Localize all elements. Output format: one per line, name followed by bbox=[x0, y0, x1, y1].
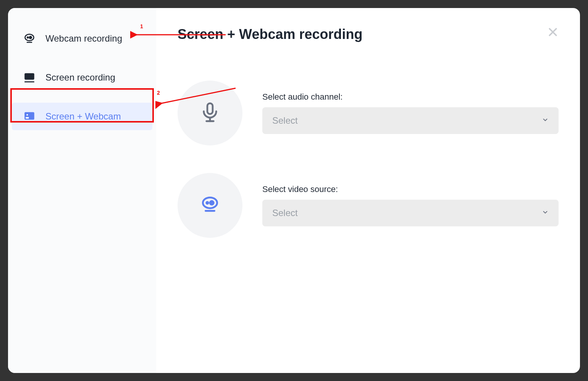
svg-rect-4 bbox=[24, 73, 34, 80]
audio-field: Select audio channel: Select bbox=[262, 92, 559, 134]
sidebar-item-label: Webcam recording bbox=[45, 33, 122, 44]
main-panel: Screen + Webcam recording Select audio c… bbox=[156, 8, 580, 373]
webcam-icon bbox=[23, 32, 36, 45]
screen-icon bbox=[23, 71, 36, 84]
sidebar-item-screen-webcam[interactable]: Screen + Webcam bbox=[12, 103, 152, 130]
video-label: Select video source: bbox=[262, 184, 559, 194]
audio-label: Select audio channel: bbox=[262, 92, 559, 102]
sidebar-item-label: Screen + Webcam bbox=[45, 111, 121, 122]
webcam-icon bbox=[199, 194, 221, 217]
microphone-icon-circle bbox=[178, 81, 242, 145]
audio-section: Select audio channel: Select bbox=[178, 81, 559, 145]
webcam-icon-circle bbox=[178, 173, 242, 238]
svg-point-7 bbox=[26, 114, 28, 116]
video-select-placeholder: Select bbox=[272, 208, 298, 218]
svg-point-15 bbox=[210, 201, 213, 205]
microphone-icon bbox=[199, 102, 221, 124]
screen-webcam-icon bbox=[23, 110, 36, 123]
sidebar-item-webcam[interactable]: Webcam recording bbox=[12, 25, 152, 52]
close-button[interactable] bbox=[547, 26, 559, 39]
video-section: Select video source: Select bbox=[178, 173, 559, 238]
audio-select[interactable]: Select bbox=[262, 107, 559, 134]
recording-mode-modal: Webcam recording Screen recording Screen… bbox=[8, 8, 580, 373]
svg-point-16 bbox=[207, 202, 208, 204]
sidebar: Webcam recording Screen recording Screen… bbox=[8, 8, 156, 373]
svg-rect-8 bbox=[26, 117, 29, 118]
svg-point-2 bbox=[27, 37, 28, 38]
svg-rect-11 bbox=[207, 103, 213, 114]
audio-select-placeholder: Select bbox=[272, 115, 298, 126]
video-select[interactable]: Select bbox=[262, 200, 559, 226]
chevron-down-icon bbox=[542, 116, 549, 125]
page-title: Screen + Webcam recording bbox=[178, 26, 559, 42]
video-field: Select video source: Select bbox=[262, 184, 559, 226]
svg-point-1 bbox=[29, 36, 32, 39]
chevron-down-icon bbox=[542, 209, 549, 217]
sidebar-item-label: Screen recording bbox=[45, 72, 115, 83]
sidebar-item-screen[interactable]: Screen recording bbox=[12, 64, 152, 91]
